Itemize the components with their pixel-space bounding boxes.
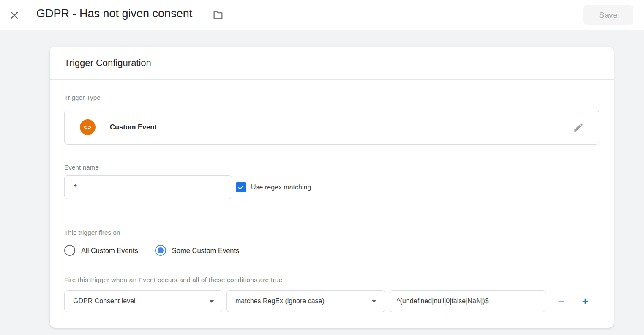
trigger-type-value: Custom Event [110, 123, 157, 131]
card-body: Trigger Type <> Custom Event Event name [50, 94, 614, 312]
trigger-name-input[interactable] [35, 6, 204, 24]
event-name-input[interactable] [64, 175, 232, 199]
trigger-type-box[interactable]: <> Custom Event [64, 110, 599, 145]
radio-some-custom-events-label: Some Custom Events [172, 247, 240, 255]
code-brackets-glyph: <> [84, 124, 92, 131]
radio-all-custom-events[interactable]: All Custom Events [64, 245, 138, 256]
condition-row: GDPR Consent level matches RegEx (ignore… [64, 290, 599, 312]
radio-all-custom-events-label: All Custom Events [81, 247, 138, 255]
event-name-row: Use regex matching [64, 175, 599, 199]
trigger-configuration-card: Trigger Configuration Trigger Type <> Cu… [50, 47, 614, 328]
use-regex-label: Use regex matching [251, 184, 311, 191]
condition-variable-select[interactable]: GDPR Consent level [64, 290, 223, 312]
save-button[interactable]: Save [583, 5, 633, 25]
radio-some-custom-events[interactable]: Some Custom Events [155, 245, 240, 256]
conditions-label: Fire this trigger when an Event occurs a… [64, 276, 599, 284]
condition-variable-value: GDPR Consent level [73, 297, 209, 305]
condition-operator-value: matches RegEx (ignore case) [235, 297, 371, 305]
remove-condition-button[interactable]: – [553, 293, 570, 310]
use-regex-checkbox-wrap[interactable]: Use regex matching [236, 182, 311, 192]
pencil-icon [573, 122, 584, 133]
close-button[interactable] [5, 6, 24, 25]
checkmark-icon [237, 184, 245, 191]
close-icon [9, 10, 20, 21]
chevron-down-icon [209, 300, 214, 303]
folder-button[interactable] [210, 8, 226, 23]
card-header: Trigger Configuration [50, 47, 614, 80]
radio-selected-icon [155, 245, 166, 256]
edit-trigger-type-button[interactable] [570, 119, 587, 136]
radio-unselected-icon [64, 245, 75, 256]
top-bar: Save [0, 0, 644, 30]
event-name-label: Event name [64, 164, 599, 171]
chevron-down-icon [371, 300, 377, 303]
main-content: Trigger Configuration Trigger Type <> Cu… [0, 30, 644, 335]
fires-on-options: All Custom Events Some Custom Events [64, 245, 599, 256]
trigger-type-label: Trigger Type [64, 94, 599, 101]
condition-value-input[interactable] [389, 290, 546, 312]
add-condition-button[interactable]: + [577, 293, 594, 310]
custom-event-icon: <> [80, 119, 96, 135]
folder-icon [212, 9, 224, 21]
card-title: Trigger Configuration [64, 58, 151, 69]
condition-operator-select[interactable]: matches RegEx (ignore case) [226, 290, 385, 312]
fires-on-label: This trigger fires on [64, 229, 599, 236]
use-regex-checkbox[interactable] [236, 182, 246, 192]
